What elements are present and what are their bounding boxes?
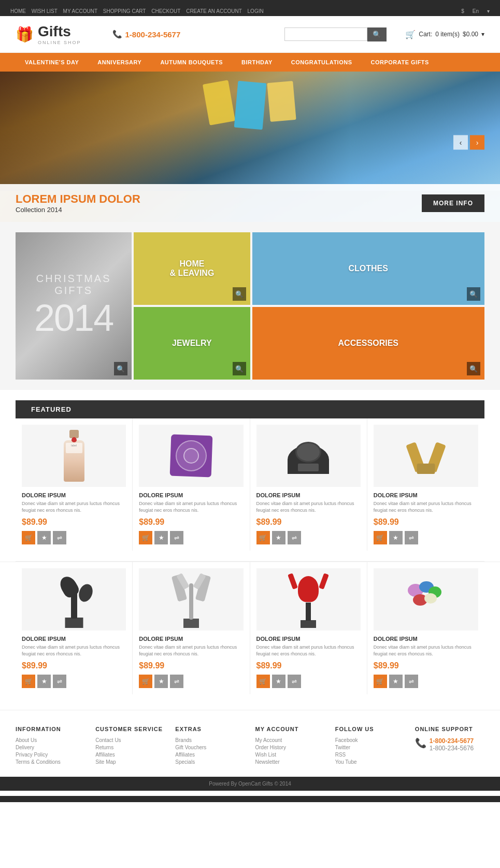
product-8-add-cart[interactable]: 🛒 [374, 675, 387, 688]
hero-prev-arrow[interactable]: ‹ [453, 135, 468, 150]
nav-corporate[interactable]: Corporate Gifts [362, 53, 438, 72]
search-input[interactable] [284, 27, 367, 41]
hero-more-info-button[interactable]: More Info [422, 194, 484, 212]
search-button[interactable]: 🔍 [367, 27, 387, 41]
footer-youtube[interactable]: You Tube [335, 759, 405, 765]
product-4-compare[interactable]: ⇌ [405, 531, 418, 544]
footer-facebook[interactable]: Facebook [335, 737, 405, 743]
footer-gift-vouchers[interactable]: Gift Vouchers [175, 745, 245, 750]
product-4-actions: 🛒 ★ ⇌ [374, 531, 478, 544]
product-2-add-cart[interactable]: 🛒 [139, 531, 152, 544]
product-2-compare[interactable]: ⇌ [170, 531, 183, 544]
footer-sitemap[interactable]: Site Map [95, 759, 165, 765]
top-nav-create-account[interactable]: CREATE AN ACCOUNT [186, 8, 242, 14]
category-accessories[interactable]: ACCESSORIES 🔍 [252, 307, 485, 380]
top-nav-bar: HOME WISH LIST MY ACCOUNT SHOPPING CART … [0, 6, 500, 16]
nav-autumn[interactable]: Autumn Bouquets [151, 53, 232, 72]
top-nav-wishlist[interactable]: WISH LIST [32, 8, 58, 14]
footer-contact[interactable]: Contact Us [95, 737, 165, 743]
site-logo[interactable]: 🎁 Gifts ONLINE SHOP [16, 23, 81, 45]
hero-banner: ‹ › Lorem Ipsum Dolor Collection 2014 Mo… [0, 72, 500, 222]
product-2-wishlist[interactable]: ★ [154, 531, 168, 544]
category-home-leaving-search[interactable]: 🔍 [233, 287, 246, 301]
product-3-desc: Donec vitae diam sit amet purus luctus r… [256, 500, 361, 513]
product-card-4: Dolore Ipsum Donec vitae diam sit amet p… [367, 418, 484, 551]
footer-twitter[interactable]: Twitter [335, 745, 405, 750]
category-clothes-search[interactable]: 🔍 [467, 287, 480, 301]
footer-privacy[interactable]: Privacy Policy [16, 752, 85, 758]
category-christmas[interactable]: CHRISTMAS GIFTS 2014 🔍 [16, 232, 132, 380]
product-7-image[interactable] [256, 568, 361, 631]
nav-congratulations[interactable]: Congratulations [282, 53, 362, 72]
category-christmas-search[interactable]: 🔍 [114, 362, 127, 375]
top-nav-myaccount[interactable]: MY ACCOUNT [63, 8, 98, 14]
product-1-add-cart[interactable]: 🛒 [22, 531, 35, 544]
footer-support-title: Online Support [415, 726, 484, 732]
footer-delivery[interactable]: Delivery [16, 745, 85, 750]
product-2-image[interactable] [139, 425, 243, 487]
category-accessories-search[interactable]: 🔍 [467, 362, 480, 375]
product-3-add-cart[interactable]: 🛒 [256, 531, 270, 544]
footer-newsletter[interactable]: Newsletter [255, 759, 325, 765]
product-7-name: Dolore Ipsum [256, 636, 361, 642]
category-clothes-label: CLOTHES [349, 264, 388, 273]
footer-terms[interactable]: Terms & Conditions [16, 759, 85, 765]
product-6-add-cart[interactable]: 🛒 [139, 675, 152, 688]
product-6-image[interactable] [139, 568, 243, 631]
category-home-leaving[interactable]: HOME& LEAVING 🔍 [134, 232, 250, 305]
category-accessories-label: ACCESSORIES [338, 339, 398, 348]
product-5-add-cart[interactable]: 🛒 [22, 675, 35, 688]
footer-extras-affiliates[interactable]: Affiliates [175, 752, 245, 758]
nav-valentines[interactable]: Valentine's Day [16, 53, 88, 72]
product-6-compare[interactable]: ⇌ [170, 675, 183, 688]
cart-area[interactable]: 🛒 Cart: 0 item(s) $0.00 ▾ [405, 30, 484, 39]
product-5-image[interactable] [22, 568, 126, 631]
product-6-wishlist[interactable]: ★ [154, 675, 168, 688]
nav-anniversary[interactable]: Anniversary [88, 53, 151, 72]
product-8-name: Dolore Ipsum [374, 636, 478, 642]
product-3-compare[interactable]: ⇌ [288, 531, 301, 544]
nav-birthday[interactable]: Birthday [232, 53, 282, 72]
product-8-price: $89.99 [374, 661, 478, 670]
footer-about-us[interactable]: About Us [16, 737, 85, 743]
product-4-add-cart[interactable]: 🛒 [374, 531, 387, 544]
footer-col-follow-us: Follow Us Facebook Twitter RSS You Tube [335, 726, 405, 766]
footer-brands[interactable]: Brands [175, 737, 245, 743]
product-4-wishlist[interactable]: ★ [389, 531, 403, 544]
hero-next-arrow[interactable]: › [470, 135, 484, 150]
top-nav-home[interactable]: HOME [10, 8, 26, 14]
category-jewelry-search[interactable]: 🔍 [233, 362, 246, 375]
footer-order-history[interactable]: Order History [255, 745, 325, 750]
category-clothes[interactable]: CLOTHES 🔍 [252, 232, 485, 305]
footer-affiliates[interactable]: Affiliates [95, 752, 165, 758]
category-jewelry[interactable]: JEWELRY 🔍 [134, 307, 250, 380]
top-nav-login[interactable]: LOGIN [248, 8, 264, 14]
product-4-image[interactable] [374, 425, 478, 487]
product-8-image[interactable] [374, 568, 478, 631]
footer-specials[interactable]: Specials [175, 759, 245, 765]
product-8-compare[interactable]: ⇌ [405, 675, 418, 688]
product-1-image[interactable]: label [22, 425, 126, 487]
currency-selector[interactable]: $ [461, 8, 464, 14]
category-grid: HOME& LEAVING 🔍 CLOTHES 🔍 CHRISTMAS GIFT… [0, 222, 500, 390]
top-nav-checkout[interactable]: CHECKOUT [151, 8, 180, 14]
footer-rss[interactable]: RSS [335, 752, 405, 758]
footer-returns[interactable]: Returns [95, 745, 165, 750]
top-nav-cart[interactable]: SHOPPING CART [103, 8, 146, 14]
footer-wish-list[interactable]: Wish List [255, 752, 325, 758]
product-3-image[interactable] [256, 425, 361, 487]
product-8-wishlist[interactable]: ★ [389, 675, 403, 688]
language-selector[interactable]: En [473, 8, 479, 14]
product-5-compare[interactable]: ⇌ [53, 675, 66, 688]
product-1-wishlist[interactable]: ★ [37, 531, 51, 544]
cart-icon: 🛒 [405, 30, 416, 39]
product-5-wishlist[interactable]: ★ [37, 675, 51, 688]
site-footer: Information About Us Delivery Privacy Po… [0, 710, 500, 796]
product-1-compare[interactable]: ⇌ [53, 531, 66, 544]
product-3-wishlist[interactable]: ★ [272, 531, 285, 544]
product-5-desc: Donec vitae diam sit amet purus luctus r… [22, 644, 126, 657]
product-7-wishlist[interactable]: ★ [272, 675, 285, 688]
product-7-add-cart[interactable]: 🛒 [256, 675, 270, 688]
footer-my-account[interactable]: My Account [255, 737, 325, 743]
product-7-compare[interactable]: ⇌ [288, 675, 301, 688]
